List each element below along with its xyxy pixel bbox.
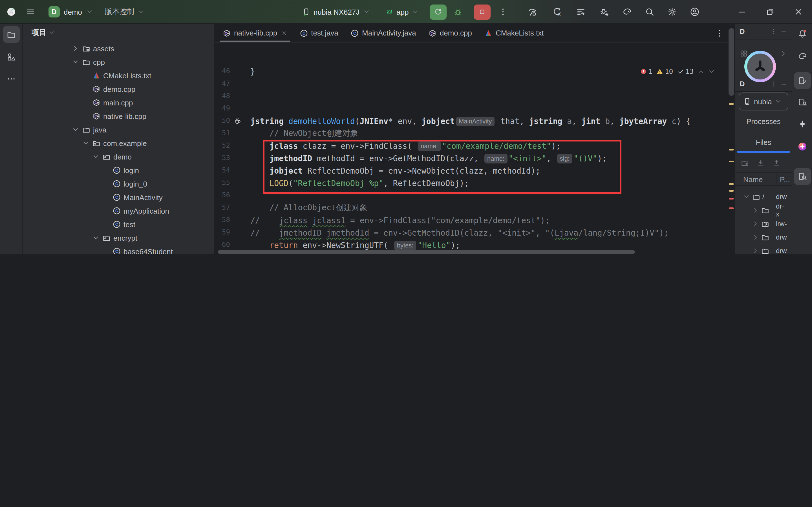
code-token: return (269, 241, 298, 250)
file-row[interactable]: dr-x (752, 204, 769, 217)
expand-panel-icon[interactable] (779, 50, 787, 59)
file-row[interactable]: drw (752, 231, 769, 244)
tree-item-java[interactable]: java (72, 123, 107, 136)
tree-chevron-icon[interactable] (752, 220, 759, 227)
pkg-icon (103, 234, 111, 242)
explorer-device-selector[interactable]: nubia (739, 93, 788, 110)
tree-chevron-icon[interactable] (752, 247, 759, 253)
panel-options-icon[interactable] (770, 80, 777, 87)
tab-options-icon[interactable] (715, 29, 724, 38)
tree-chevron-icon[interactable] (752, 234, 759, 241)
tree-chevron-icon[interactable] (72, 59, 79, 65)
tree-item-demo.cpp[interactable]: Cdemo.cpp (82, 82, 136, 96)
folder-icon (82, 58, 90, 66)
tab-files[interactable]: Files (735, 138, 792, 147)
tree-item-demo[interactable]: demo (92, 150, 132, 163)
debug-button[interactable] (453, 0, 463, 24)
search-icon[interactable] (645, 0, 654, 24)
line-number: 52 (214, 142, 230, 149)
tree-chevron-icon[interactable] (72, 45, 79, 52)
code-line-56: 56 (214, 189, 727, 202)
tab-label: demo.cpp (440, 29, 472, 37)
editor-error-stripe[interactable] (727, 24, 735, 253)
stop-button[interactable] (474, 4, 491, 19)
hide-panel-icon[interactable] (780, 28, 787, 35)
tab-CMakeLists.txt[interactable]: CMakeLists.txt (478, 24, 550, 42)
profiler-icon[interactable] (576, 0, 585, 24)
download-icon[interactable] (757, 159, 765, 167)
settings-icon[interactable] (668, 0, 677, 24)
device-selector[interactable]: nubia NX627J (302, 0, 370, 24)
project-folder-icon[interactable] (3, 26, 19, 43)
tree-item-test[interactable]: Ctest (102, 218, 136, 231)
rerun-button[interactable] (430, 4, 447, 19)
maximize-button[interactable] (766, 0, 775, 24)
tab-MainActivity.java[interactable]: CMainActivity.java (344, 24, 422, 42)
run-config-selector[interactable]: app (386, 0, 418, 24)
gradle-sync-icon[interactable] (622, 0, 632, 24)
tree-item-encrypt[interactable]: encrypt (92, 231, 137, 245)
svg-text:C: C (115, 249, 118, 253)
editor-scrollbar-thumb[interactable] (728, 28, 734, 96)
upload-icon[interactable] (772, 159, 780, 167)
file-row[interactable]: drw (752, 244, 769, 253)
tree-item-main.cpp[interactable]: Cmain.cpp (82, 96, 133, 109)
android-icon (386, 8, 394, 16)
tree-item-base64Student[interactable]: Cbase64Student (102, 245, 173, 253)
minimize-button[interactable] (738, 0, 747, 24)
tree-item-login[interactable]: Clogin (102, 163, 139, 177)
ai-assistant-icon[interactable] (794, 116, 811, 132)
tree-item-myApplication[interactable]: CmyApplication (102, 204, 169, 218)
tree-chevron-icon[interactable] (82, 140, 90, 147)
sync-translate-icon[interactable]: A (553, 0, 562, 24)
code-text: jstring demoHelloWorld(JNIEnv* env, jobj… (250, 116, 691, 126)
tree-item-login_0[interactable]: Clogin_0 (102, 177, 147, 190)
tree-item-com.example[interactable]: com.example (82, 136, 147, 150)
build-hammer-icon[interactable] (528, 0, 537, 24)
attach-debugger-icon[interactable] (600, 0, 609, 24)
vcs-menu[interactable]: 版本控制 (105, 0, 144, 24)
code-editor[interactable]: 1 10 13 46}47484950jstring demoHelloWorl… (214, 43, 727, 253)
project-panel-header[interactable]: 项目 (22, 24, 214, 42)
close-button[interactable] (794, 0, 803, 24)
tree-chevron-icon[interactable] (752, 207, 759, 214)
code-token: , ReflectDemoObj) (383, 179, 465, 188)
tree-item-CMakeLists.txt[interactable]: CMakeLists.txt (82, 69, 151, 82)
files-table-header[interactable]: Name P... (735, 172, 792, 186)
tree-item-cpp[interactable]: cpp (72, 55, 105, 69)
close-tab-icon[interactable] (280, 30, 287, 36)
code-token: jint (581, 117, 605, 126)
account-icon[interactable] (690, 0, 699, 24)
tab-processes[interactable]: Processes (735, 117, 792, 126)
running-devices-icon[interactable] (794, 72, 811, 89)
device-explorer-icon[interactable] (794, 168, 811, 185)
file-row[interactable]: /drw (743, 190, 764, 204)
tab-native-lib.cpp[interactable]: Cnative-lib.cpp (217, 24, 293, 42)
more-actions-button[interactable] (498, 0, 507, 24)
tree-chevron-icon[interactable] (92, 153, 100, 160)
main-menu-button[interactable] (26, 0, 35, 24)
tree-item-native-lib.cpp[interactable]: Cnative-lib.cpp (82, 109, 146, 123)
gradle-icon[interactable] (794, 48, 811, 65)
tree-chevron-icon[interactable] (92, 234, 100, 241)
jni-mapping-icon[interactable] (233, 117, 241, 125)
tree-chevron-icon[interactable] (743, 193, 750, 200)
more-tools-icon[interactable] (3, 70, 19, 88)
tree-item-assets[interactable]: assets (72, 42, 114, 55)
svg-text:C: C (115, 181, 118, 186)
new-folder-icon[interactable] (741, 159, 749, 167)
hide-panel-icon[interactable] (780, 80, 787, 87)
notifications-icon[interactable] (794, 25, 811, 42)
code-token (250, 179, 269, 188)
resource-manager-icon[interactable] (3, 49, 19, 65)
file-row[interactable]: lrw- (752, 217, 769, 231)
tree-chevron-icon[interactable] (72, 126, 79, 133)
tab-demo.cpp[interactable]: Cdemo.cpp (422, 24, 478, 42)
tree-item-MainActivity[interactable]: CMainActivity (102, 190, 163, 204)
tab-test.java[interactable]: Ctest.java (293, 24, 344, 42)
panel-options-icon[interactable] (770, 28, 777, 35)
project-selector[interactable]: D demo (49, 0, 93, 24)
code-token: , (546, 154, 556, 163)
gemini-icon[interactable] (794, 138, 811, 155)
device-mirror-icon[interactable] (794, 94, 811, 110)
